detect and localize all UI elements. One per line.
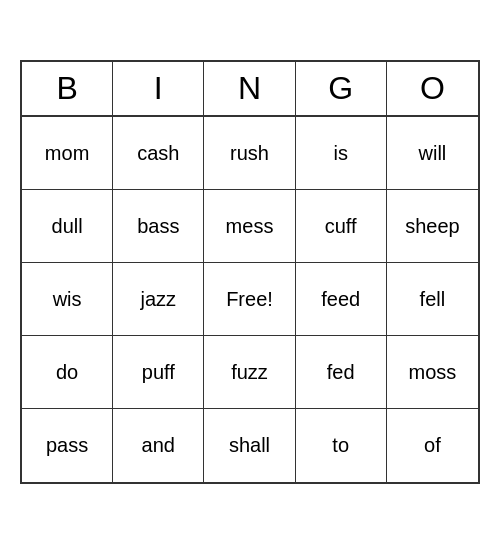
- header-i: I: [113, 62, 204, 115]
- cell-r4-o: moss: [387, 336, 478, 408]
- cell-r3-i: jazz: [113, 263, 204, 335]
- cell-r4-i: puff: [113, 336, 204, 408]
- cell-r3-g: feed: [296, 263, 387, 335]
- cell-r4-b: do: [22, 336, 113, 408]
- cell-r3-b: wis: [22, 263, 113, 335]
- bingo-card: B I N G O mom cash rush is will dull bas…: [20, 60, 480, 484]
- cell-r5-b: pass: [22, 409, 113, 482]
- cell-r1-i: cash: [113, 117, 204, 189]
- header-b: B: [22, 62, 113, 115]
- cell-r3-o: fell: [387, 263, 478, 335]
- cell-r2-g: cuff: [296, 190, 387, 262]
- bingo-row: pass and shall to of: [22, 409, 478, 482]
- bingo-row: dull bass mess cuff sheep: [22, 190, 478, 263]
- cell-r5-i: and: [113, 409, 204, 482]
- cell-r2-o: sheep: [387, 190, 478, 262]
- cell-r1-g: is: [296, 117, 387, 189]
- cell-r1-n: rush: [204, 117, 295, 189]
- header-g: G: [296, 62, 387, 115]
- header-o: O: [387, 62, 478, 115]
- header-n: N: [204, 62, 295, 115]
- cell-r5-o: of: [387, 409, 478, 482]
- bingo-row: do puff fuzz fed moss: [22, 336, 478, 409]
- bingo-body: mom cash rush is will dull bass mess cuf…: [22, 117, 478, 482]
- cell-r1-b: mom: [22, 117, 113, 189]
- cell-r2-i: bass: [113, 190, 204, 262]
- cell-r4-n: fuzz: [204, 336, 295, 408]
- cell-r2-b: dull: [22, 190, 113, 262]
- cell-r4-g: fed: [296, 336, 387, 408]
- bingo-header: B I N G O: [22, 62, 478, 117]
- bingo-row: wis jazz Free! feed fell: [22, 263, 478, 336]
- cell-r1-o: will: [387, 117, 478, 189]
- cell-r3-n-free: Free!: [204, 263, 295, 335]
- cell-r2-n: mess: [204, 190, 295, 262]
- cell-r5-n: shall: [204, 409, 295, 482]
- bingo-row: mom cash rush is will: [22, 117, 478, 190]
- cell-r5-g: to: [296, 409, 387, 482]
